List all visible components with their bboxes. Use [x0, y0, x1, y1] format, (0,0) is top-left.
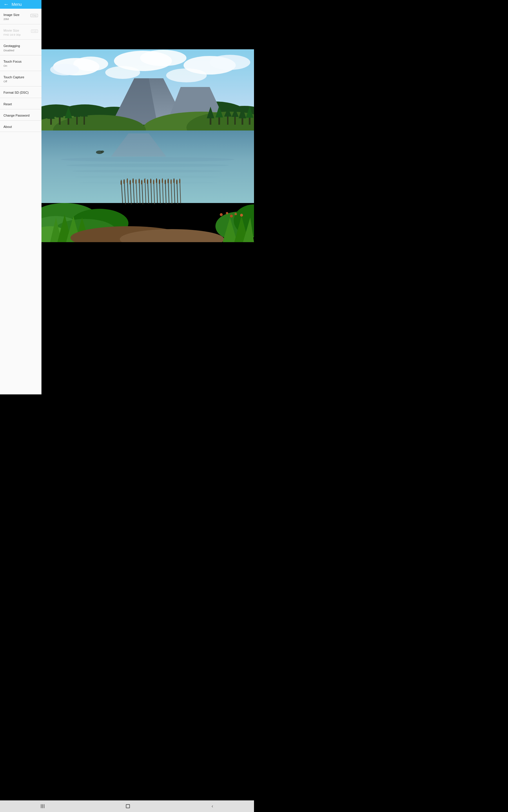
- svg-point-46: [67, 164, 229, 167]
- menu-item-geotagging[interactable]: Geotagging Disabled: [0, 40, 41, 55]
- menu-item-change-password[interactable]: Change Password: [0, 109, 41, 121]
- back-button[interactable]: ←: [3, 1, 9, 7]
- svg-point-7: [210, 55, 250, 70]
- svg-point-105: [100, 151, 104, 153]
- svg-rect-85: [159, 180, 160, 184]
- svg-point-5: [140, 50, 186, 66]
- svg-point-48: [75, 175, 220, 178]
- movie-size-icon: FHD: [31, 28, 38, 33]
- svg-rect-74: [127, 179, 128, 183]
- touch-capture-value: Off: [3, 80, 38, 83]
- svg-rect-77: [135, 180, 136, 184]
- svg-point-113: [230, 215, 233, 217]
- svg-point-112: [226, 212, 228, 214]
- camera-black-bottom: [41, 242, 254, 394]
- sidebar-header: ← Menu: [0, 0, 41, 9]
- svg-rect-84: [156, 179, 157, 183]
- svg-rect-92: [179, 179, 180, 183]
- change-password-label: Change Password: [3, 114, 38, 118]
- svg-point-3: [50, 64, 79, 75]
- svg-rect-83: [153, 180, 154, 184]
- svg-point-115: [240, 214, 243, 217]
- svg-rect-80: [144, 179, 145, 183]
- svg-point-8: [105, 66, 140, 79]
- movie-size-value: FHD 16:9 30p: [3, 33, 38, 37]
- touch-focus-label: Touch Focus: [3, 59, 38, 63]
- sidebar: ← Menu 20мр Image Size 20M FHD Movie Siz…: [0, 0, 41, 394]
- svg-rect-89: [170, 180, 172, 184]
- menu-item-touch-capture[interactable]: Touch Capture Off: [0, 71, 41, 87]
- svg-point-114: [235, 213, 237, 215]
- reset-label: Reset: [3, 102, 38, 106]
- svg-rect-86: [162, 179, 163, 183]
- camera-image: [41, 49, 254, 242]
- svg-rect-36: [227, 116, 228, 125]
- menu-item-about[interactable]: About: [0, 121, 41, 132]
- svg-rect-78: [139, 179, 140, 183]
- svg-rect-79: [141, 180, 142, 184]
- menu-item-image-size[interactable]: 20мр Image Size 20M: [0, 9, 41, 25]
- geotagging-label: Geotagging: [3, 44, 38, 48]
- svg-point-47: [72, 170, 223, 173]
- svg-rect-91: [176, 180, 177, 184]
- svg-point-111: [220, 213, 223, 216]
- svg-rect-82: [150, 179, 151, 183]
- camera-area: [41, 0, 254, 394]
- svg-rect-75: [130, 180, 131, 184]
- svg-rect-73: [124, 180, 125, 184]
- about-label: About: [3, 125, 38, 129]
- touch-focus-value: On: [3, 64, 38, 68]
- svg-rect-87: [165, 180, 166, 184]
- svg-rect-88: [168, 179, 169, 183]
- header-title: Menu: [12, 2, 22, 7]
- image-size-value: 20M: [3, 17, 38, 21]
- touch-capture-label: Touch Capture: [3, 75, 38, 79]
- image-size-icon: 20мр: [31, 12, 38, 17]
- menu-item-format-sd[interactable]: Format SD (DSC): [0, 86, 41, 98]
- geotagging-value: Disabled: [3, 49, 38, 52]
- svg-rect-81: [147, 180, 148, 184]
- svg-rect-38: [234, 117, 236, 125]
- format-sd-label: Format SD (DSC): [3, 90, 38, 94]
- svg-rect-90: [173, 179, 175, 183]
- svg-rect-76: [132, 179, 134, 183]
- menu-item-reset[interactable]: Reset: [0, 98, 41, 109]
- menu-item-touch-focus[interactable]: Touch Focus On: [0, 55, 41, 71]
- svg-rect-28: [76, 117, 78, 125]
- svg-point-45: [60, 157, 235, 162]
- svg-rect-30: [84, 116, 85, 125]
- svg-point-9: [166, 69, 207, 82]
- camera-black-top: [41, 0, 254, 49]
- svg-rect-72: [121, 181, 122, 185]
- menu-item-movie-size[interactable]: FHD Movie Size FHD 16:9 30p: [0, 25, 41, 40]
